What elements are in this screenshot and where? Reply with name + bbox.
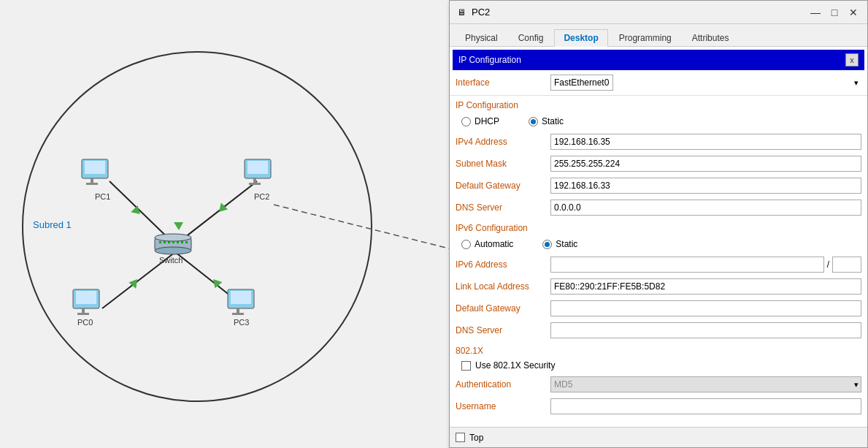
svg-marker-7 [210, 276, 222, 289]
interface-select[interactable]: FastEthernet0 [550, 75, 613, 91]
titlebar: 🖥 PC2 — □ ✕ [450, 1, 867, 24]
pc2-window: 🖥 PC2 — □ ✕ Physical Config Desktop Prog… [449, 0, 868, 448]
svg-rect-33 [177, 241, 179, 243]
svg-rect-35 [185, 241, 188, 243]
svg-point-27 [155, 234, 191, 241]
svg-rect-29 [159, 241, 161, 243]
ipv6-main-input[interactable] [550, 257, 824, 273]
dhcp-label: DHCP [475, 116, 499, 126]
ipv6-static-radio[interactable]: Static [542, 239, 577, 249]
svg-rect-31 [168, 241, 170, 243]
dot1x-header: 802.1X [450, 341, 867, 357]
dns-input[interactable] [550, 200, 861, 216]
ipv6-auto-circle [461, 240, 471, 249]
close-window-button[interactable]: ✕ [845, 4, 861, 20]
svg-rect-17 [249, 183, 261, 185]
ip-config-header: IP Configuration x [453, 50, 864, 70]
ip-section-header: IP Configuration [450, 96, 867, 112]
subnet-row: Subnet Mask [450, 153, 867, 175]
ipv6-static-circle [542, 240, 552, 249]
auth-select[interactable]: MD5 [550, 376, 861, 392]
svg-marker-8 [174, 222, 183, 230]
svg-rect-23 [231, 291, 251, 304]
window-icon: 🖥 [456, 7, 467, 18]
dns-label: DNS Server [456, 202, 550, 213]
top-checkbox[interactable] [456, 433, 465, 442]
ipv6-addr-row: IPv6 Address / [450, 254, 867, 276]
subnet-input[interactable] [550, 156, 861, 172]
username-input[interactable] [550, 398, 861, 414]
tab-attributes[interactable]: Attributes [683, 29, 739, 47]
tab-config[interactable]: Config [509, 29, 553, 47]
svg-rect-11 [85, 161, 105, 174]
svg-text:PC0: PC0 [77, 318, 93, 327]
tab-physical[interactable]: Physical [456, 29, 507, 47]
auth-select-wrapper: MD5 [550, 376, 861, 392]
dot1x-checkbox-label: Use 802.1X Security [475, 360, 555, 371]
svg-rect-12 [91, 178, 93, 183]
dot1x-checkbox-row: Use 802.1X Security [450, 357, 867, 373]
link-local-label: Link Local Address [456, 281, 550, 292]
window-title: PC2 [472, 7, 807, 18]
svg-rect-24 [237, 308, 239, 313]
svg-point-28 [155, 247, 191, 254]
interface-select-wrapper: FastEthernet0 [550, 75, 861, 91]
svg-line-9 [274, 205, 449, 248]
ipv6-addr-inputs: / [550, 257, 861, 273]
ipv6-static-label: Static [556, 239, 577, 249]
static-radio[interactable]: Static [529, 116, 564, 126]
top-label: Top [469, 433, 483, 443]
svg-rect-32 [172, 241, 174, 243]
maximize-button[interactable]: □ [826, 4, 842, 20]
svg-rect-16 [253, 178, 256, 183]
ipv6-addr-label: IPv6 Address [456, 259, 550, 270]
svg-rect-15 [247, 161, 268, 174]
dhcp-radio[interactable]: DHCP [461, 116, 499, 126]
minimize-button[interactable]: — [807, 4, 823, 20]
ip-config-title: IP Configuration [458, 55, 521, 65]
dot1x-checkbox[interactable] [461, 361, 471, 371]
network-svg: PC1 PC2 PC0 PC3 Switch [0, 0, 449, 448]
link-local-row: Link Local Address [450, 276, 867, 297]
username-label: Username [456, 401, 550, 411]
tab-programming[interactable]: Programming [610, 29, 681, 47]
interface-label: Interface [456, 77, 550, 88]
auth-label: Authentication [456, 379, 550, 390]
gateway-row: Default Gateway [450, 175, 867, 197]
svg-rect-19 [76, 291, 96, 304]
subnet-label: Subnet Mask [456, 159, 550, 169]
ipv6-dns-row: DNS Server [450, 319, 867, 341]
username-row: Username [450, 395, 867, 417]
gateway-input[interactable] [550, 178, 861, 194]
ip-config-close-button[interactable]: x [845, 53, 859, 67]
svg-text:PC1: PC1 [95, 192, 110, 201]
ipv4-label: IPv4 Address [456, 137, 550, 147]
ipv6-dns-label: DNS Server [456, 325, 550, 335]
ipv6-slash: / [827, 259, 829, 270]
ipv6-radio-group: Automatic Static [450, 235, 867, 254]
svg-rect-30 [164, 241, 166, 243]
ipv6-gateway-input[interactable] [550, 300, 861, 316]
ipv6-section-header: IPv6 Configuration [450, 219, 867, 235]
bottom-bar: Top [450, 427, 867, 447]
window-content-area: IP Configuration x Interface FastEtherne… [450, 47, 867, 427]
tab-bar: Physical Config Desktop Programming Attr… [450, 24, 867, 47]
link-local-input[interactable] [550, 278, 861, 295]
gateway-label: Default Gateway [456, 181, 550, 191]
svg-rect-25 [232, 313, 244, 315]
svg-rect-21 [77, 313, 89, 315]
ipv6-gateway-label: Default Gateway [456, 303, 550, 314]
svg-text:PC3: PC3 [234, 318, 249, 327]
svg-rect-34 [181, 241, 183, 243]
ipv6-auto-label: Automatic [475, 239, 513, 249]
static-label: Static [542, 116, 564, 126]
interface-row: Interface FastEthernet0 [450, 70, 867, 96]
dns-row: DNS Server [450, 197, 867, 219]
ipv6-prefix-input[interactable] [832, 257, 861, 273]
network-diagram: Subred 1 [0, 0, 449, 448]
tab-desktop[interactable]: Desktop [554, 29, 607, 47]
ipv4-input[interactable] [550, 134, 861, 150]
ipv6-dns-input[interactable] [550, 322, 861, 338]
ipv4-row: IPv4 Address [450, 131, 867, 153]
ipv6-automatic-radio[interactable]: Automatic [461, 239, 513, 249]
